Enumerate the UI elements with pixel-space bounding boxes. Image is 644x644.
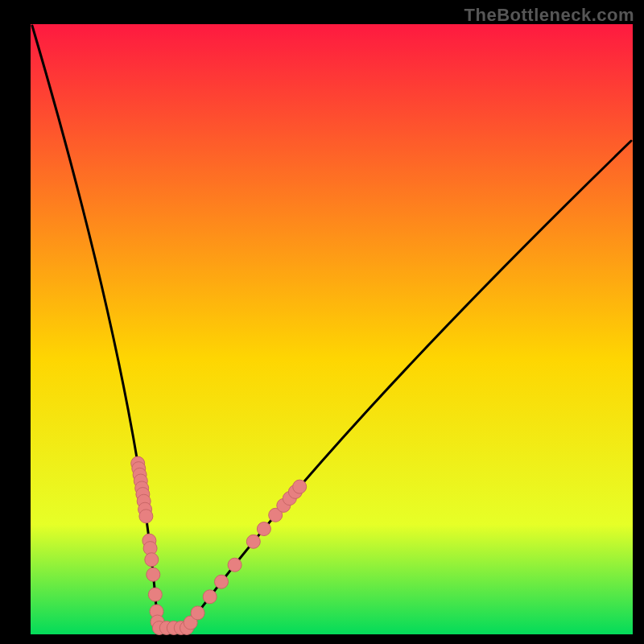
scatter-dot (293, 480, 307, 493)
scatter-dot (228, 558, 242, 572)
bottleneck-chart (0, 0, 644, 644)
chart-frame: { "watermark": "TheBottleneck.com", "col… (0, 0, 644, 644)
gradient-background (31, 24, 633, 634)
scatter-dot (148, 588, 162, 601)
scatter-dot (147, 568, 160, 581)
scatter-dot (203, 590, 217, 604)
scatter-dot (246, 535, 260, 548)
scatter-dot (215, 575, 229, 588)
scatter-dot (139, 510, 153, 523)
watermark-text: TheBottleneck.com (464, 5, 634, 26)
scatter-dot (191, 606, 204, 620)
scatter-dot (145, 553, 159, 567)
scatter-dot (257, 522, 270, 536)
